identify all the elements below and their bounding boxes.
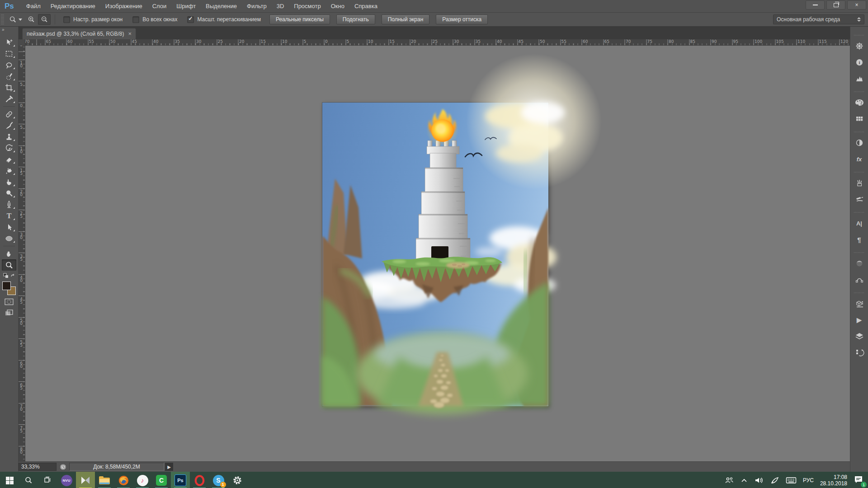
tool-quick-selection[interactable]: [2, 70, 16, 82]
collapse-panel-chevron[interactable]: »: [0, 27, 18, 33]
tool-eyedropper[interactable]: [2, 93, 16, 104]
panel-grip[interactable]: [854, 292, 865, 293]
tool-move[interactable]: [2, 37, 16, 48]
close-button[interactable]: ×: [847, 0, 866, 9]
panel-grip[interactable]: [854, 212, 865, 213]
taskbar-task-view-button[interactable]: [38, 472, 57, 488]
zoom-level-field[interactable]: 33,33%: [19, 463, 57, 471]
taskbar-video-editor-app[interactable]: [76, 472, 95, 488]
zoom-in-button[interactable]: [25, 14, 37, 24]
taskbar-opera[interactable]: [190, 472, 209, 488]
vertical-ruler[interactable]: 1510505101520253035404550556065707580: [19, 46, 25, 461]
panel-grip[interactable]: [854, 131, 865, 132]
tool-eraser[interactable]: [2, 154, 16, 165]
panel-color[interactable]: [852, 94, 867, 111]
checkbox-icon[interactable]: [63, 16, 70, 23]
ruler-corner[interactable]: [19, 39, 25, 46]
tool-ellipse[interactable]: [2, 233, 16, 244]
menu-filter[interactable]: Фильтр: [242, 3, 272, 9]
chevron-up-icon[interactable]: [741, 478, 748, 483]
menu-window[interactable]: Окно: [326, 3, 349, 9]
canvas-document[interactable]: [322, 103, 548, 406]
volume-icon[interactable]: [754, 476, 764, 484]
taskbar-start-button[interactable]: [0, 472, 19, 488]
pasteboard[interactable]: [25, 46, 850, 461]
fit-screen-button[interactable]: Подогнать: [336, 14, 375, 24]
quick-mask-button[interactable]: [2, 296, 16, 307]
tool-hand[interactable]: [2, 248, 16, 259]
tab-close-icon[interactable]: ×: [128, 32, 132, 36]
menu-file[interactable]: Файл: [21, 3, 46, 9]
menu-image[interactable]: Изображение: [100, 3, 147, 9]
menu-select[interactable]: Выделение: [201, 3, 242, 9]
tool-crop[interactable]: [2, 82, 16, 93]
checkbox-icon[interactable]: [132, 16, 139, 23]
menu-help[interactable]: Справка: [349, 3, 382, 9]
tool-history-brush[interactable]: [2, 142, 16, 154]
checkbox-icon[interactable]: [187, 16, 194, 23]
tool-brush[interactable]: [2, 120, 16, 131]
panel-paragraph[interactable]: ¶: [852, 231, 867, 248]
menu-type[interactable]: Шрифт: [171, 3, 201, 9]
taskbar-file-explorer[interactable]: [95, 472, 114, 488]
menu-edit[interactable]: Редактирование: [46, 3, 100, 9]
print-size-button[interactable]: Размер оттиска: [436, 14, 488, 24]
resize-windows-checkbox[interactable]: Настр. размер окон: [63, 16, 123, 23]
tool-dodge[interactable]: [2, 188, 16, 199]
panel-paths[interactable]: [852, 272, 867, 288]
taskbar-skype[interactable]: S 1: [209, 472, 228, 488]
panel-styles[interactable]: fx: [852, 151, 867, 167]
document-tab[interactable]: пейзаж.psd @ 33,3% (Слой 65, RGB/8) ×: [22, 28, 136, 39]
taskbar-photoshop[interactable]: Ps: [171, 472, 190, 488]
panel-3d[interactable]: [852, 296, 867, 312]
panel-grip[interactable]: [854, 91, 865, 92]
document-size-field[interactable]: Док: 8,58M/450,2M: [69, 463, 164, 471]
taskbar-firefox[interactable]: [114, 472, 133, 488]
zoom-all-windows-checkbox[interactable]: Во всех окнах: [132, 16, 177, 23]
tool-healing-brush[interactable]: [2, 108, 16, 120]
taskbar-nvu-app[interactable]: NVU: [57, 472, 76, 488]
panel-layers[interactable]: [852, 328, 867, 344]
tool-lasso[interactable]: [2, 59, 16, 70]
language-indicator[interactable]: РУС: [803, 477, 814, 483]
panel-masks[interactable]: [852, 255, 867, 272]
people-icon[interactable]: [724, 476, 734, 484]
taskbar-camtasia[interactable]: C: [152, 472, 171, 488]
actual-pixels-button[interactable]: Реальные пикселы: [269, 14, 330, 24]
menu-3d[interactable]: 3D: [272, 3, 289, 9]
keyboard-icon[interactable]: [786, 477, 797, 484]
color-swatches[interactable]: [2, 282, 16, 295]
tool-type[interactable]: T: [2, 210, 16, 221]
tool-path-selection[interactable]: [2, 221, 16, 233]
workspace-switcher[interactable]: Основная рабочая среда: [773, 14, 864, 24]
panel-grip[interactable]: [854, 252, 865, 253]
panel-actions[interactable]: ▶: [852, 312, 867, 328]
current-tool-badge[interactable]: [6, 15, 25, 23]
panel-character[interactable]: A|: [852, 215, 867, 231]
foreground-color[interactable]: [2, 282, 11, 290]
scrubby-zoom-checkbox[interactable]: Масшт. перетаскиванием: [187, 16, 261, 23]
screen-mode-button[interactable]: [2, 307, 16, 319]
panel-brush[interactable]: [852, 175, 867, 191]
minimize-button[interactable]: [806, 0, 825, 9]
panel-histogram[interactable]: [852, 70, 867, 87]
taskbar-search-button[interactable]: [19, 472, 38, 488]
zoom-out-button[interactable]: [38, 14, 51, 25]
tool-rectangular-marquee[interactable]: [2, 48, 16, 59]
tool-smudge[interactable]: [2, 176, 16, 188]
panel-navigator[interactable]: [852, 38, 867, 54]
taskbar-settings[interactable]: [228, 472, 247, 488]
menu-view[interactable]: Просмотр: [289, 3, 326, 9]
tool-zoom[interactable]: [2, 259, 16, 271]
default-swap-colors[interactable]: [2, 272, 16, 280]
panel-history[interactable]: [852, 344, 867, 361]
tool-pen[interactable]: [2, 199, 16, 210]
panel-brush-presets[interactable]: [852, 191, 867, 207]
clock-date[interactable]: 17:08 28.10.2018: [820, 474, 847, 487]
panel-grip[interactable]: [854, 35, 865, 36]
taskbar-itunes[interactable]: ♪: [133, 472, 152, 488]
panel-grip[interactable]: [854, 172, 865, 173]
tool-paint-bucket[interactable]: [2, 165, 16, 176]
horizontal-ruler[interactable]: 7065605550454035302520151050510152025303…: [25, 39, 850, 46]
panel-info[interactable]: i: [852, 54, 867, 70]
